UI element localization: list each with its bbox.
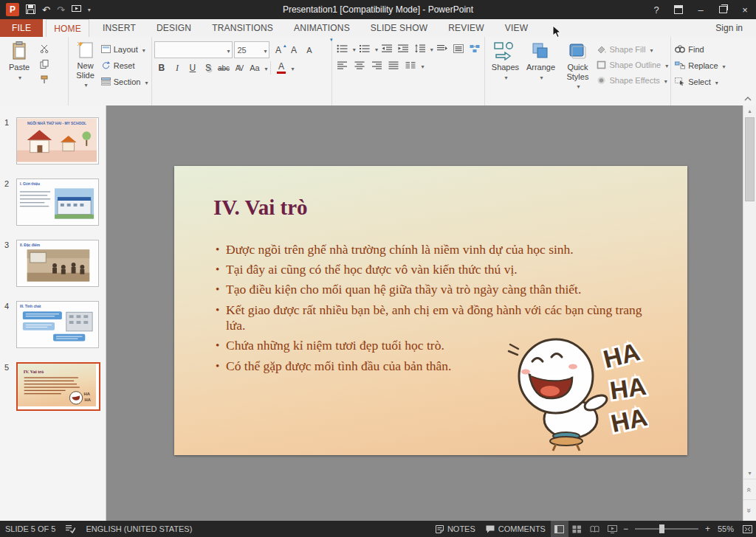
comments-toggle[interactable]: COMMENTS <box>481 524 551 533</box>
slide-sorter-view-button[interactable] <box>568 521 586 537</box>
new-slide-button[interactable]: New Slide <box>71 39 99 89</box>
slide-editor-canvas[interactable]: IV. Vai trò Được ngồi trên ghế nhà trườn… <box>106 105 743 521</box>
arrange-button[interactable]: Arrange <box>523 39 558 91</box>
line-spacing-button[interactable] <box>412 41 427 56</box>
align-right-button[interactable] <box>368 58 384 73</box>
change-case-button[interactable]: Aa <box>247 60 261 75</box>
align-left-button[interactable] <box>334 58 350 73</box>
format-painter-button[interactable] <box>36 72 52 87</box>
help-button[interactable]: ? <box>645 0 667 19</box>
undo-button[interactable]: ↶ <box>42 5 50 15</box>
cut-button[interactable] <box>36 41 52 56</box>
tab-view[interactable]: VIEW <box>498 19 535 37</box>
fit-slide-to-window-button[interactable] <box>738 521 756 537</box>
shrink-font-button[interactable]: A <box>286 43 300 58</box>
shape-fill-button[interactable]: Shape Fill <box>597 41 668 57</box>
text-shadow-button[interactable]: S <box>201 60 215 75</box>
columns-button[interactable] <box>402 58 418 73</box>
paste-button[interactable]: Paste <box>2 39 36 87</box>
zoom-in-button[interactable]: + <box>704 524 712 534</box>
clear-formatting-button[interactable]: A <box>302 43 316 58</box>
notes-toggle[interactable]: NOTES <box>430 524 481 533</box>
bullets-button[interactable] <box>334 41 349 56</box>
language-indicator[interactable]: ENGLISH (UNITED STATES) <box>80 524 197 533</box>
bullet-item[interactable]: Tạo điều kiện cho mối quan hệ giữa thầy … <box>216 282 645 298</box>
layout-button[interactable]: Layout <box>100 41 150 57</box>
copy-button[interactable] <box>36 57 52 72</box>
start-from-beginning-button[interactable] <box>72 5 81 15</box>
tab-home[interactable]: HOME <box>46 19 89 37</box>
scroll-up-arrow[interactable]: ▴ <box>743 105 756 117</box>
minimize-button[interactable]: – <box>690 0 712 19</box>
decrease-indent-button[interactable] <box>379 41 394 56</box>
numbering-button[interactable] <box>357 41 372 56</box>
justify-button[interactable] <box>385 58 401 73</box>
scrollbar-thumb[interactable] <box>745 117 755 201</box>
bold-button[interactable]: B <box>154 60 168 75</box>
next-slide-button[interactable]: » <box>743 499 756 521</box>
tab-insert[interactable]: INSERT <box>95 19 143 37</box>
normal-view-button[interactable] <box>551 521 568 537</box>
strikethrough-button[interactable]: abc <box>216 60 230 75</box>
maximize-button[interactable] <box>712 0 734 19</box>
replace-button[interactable]: Replace <box>673 58 754 73</box>
zoom-level[interactable]: 55% <box>712 524 738 533</box>
find-button[interactable]: Find <box>673 41 754 57</box>
vertical-scrollbar[interactable]: ▴ ▾ « » <box>743 105 756 521</box>
slide-thumbnail-3[interactable]: II. Đặc điểm <box>16 240 99 287</box>
italic-button[interactable]: I <box>170 60 184 75</box>
ribbon-display-button[interactable] <box>667 0 690 19</box>
tab-review[interactable]: REVIEW <box>441 19 492 37</box>
slide-thumbnail-4[interactable]: III. Tính chất <box>16 301 99 348</box>
tab-animations[interactable]: ANIMATIONS <box>286 19 357 37</box>
collapse-ribbon-button[interactable] <box>744 93 752 103</box>
customize-quick-access-button[interactable]: ▾ <box>88 7 91 13</box>
close-button[interactable]: × <box>734 0 756 19</box>
slide-thumbnail-2[interactable]: I. Giới thiệu <box>16 179 99 226</box>
zoom-out-button[interactable]: − <box>622 524 630 534</box>
previous-slide-button[interactable]: « <box>743 479 756 500</box>
font-size-select[interactable]: 25 <box>234 41 269 58</box>
increase-indent-button[interactable] <box>396 41 410 56</box>
font-name-select[interactable] <box>154 41 233 58</box>
scroll-down-arrow[interactable]: ▾ <box>743 468 756 479</box>
laughing-sticker[interactable]: HA HA HA <box>504 332 649 451</box>
tab-transitions[interactable]: TRANSITIONS <box>205 19 281 37</box>
convert-smartart-button[interactable] <box>467 41 482 56</box>
align-text-button[interactable] <box>451 41 466 56</box>
select-button[interactable]: Select <box>673 74 754 89</box>
slide-thumbnail-1[interactable]: NGÔI NHÀ THỨ HAI - MY SCHOOL <box>16 117 99 164</box>
section-button[interactable]: Section <box>100 74 150 89</box>
shapes-button[interactable]: Shapes <box>487 39 523 91</box>
zoom-slider-thumb[interactable] <box>659 524 664 533</box>
bullet-item[interactable]: Kết giao được rất nhiều bạn bè, anh chị … <box>216 302 645 334</box>
tab-design[interactable]: DESIGN <box>149 19 199 37</box>
sign-in-button[interactable]: Sign in <box>715 23 743 33</box>
reading-view-button[interactable] <box>586 521 604 537</box>
shape-fill-dropdown-arrow-icon <box>648 45 653 54</box>
spellcheck-button[interactable] <box>61 524 80 533</box>
align-left-icon <box>337 61 348 70</box>
font-color-button[interactable]: A <box>274 60 288 75</box>
bullet-item[interactable]: Được ngồi trên ghế nhà trường chính là n… <box>216 242 645 258</box>
align-center-button[interactable] <box>351 58 367 73</box>
reset-button[interactable]: Reset <box>100 58 150 73</box>
slide-canvas[interactable]: IV. Vai trò Được ngồi trên ghế nhà trườn… <box>174 166 687 455</box>
character-spacing-button[interactable]: AV <box>232 60 246 75</box>
underline-button[interactable]: U <box>185 60 199 75</box>
text-direction-button[interactable] <box>435 41 450 56</box>
zoom-slider[interactable] <box>635 528 698 530</box>
tab-slide-show[interactable]: SLIDE SHOW <box>363 19 435 37</box>
tab-file[interactable]: FILE <box>0 19 43 37</box>
quick-styles-button[interactable]: Quick Styles <box>558 39 597 91</box>
slide-title[interactable]: IV. Vai trò <box>213 195 308 220</box>
redo-button[interactable]: ↷ <box>57 5 65 15</box>
shape-effects-button[interactable]: Shape Effects <box>597 72 668 88</box>
save-button[interactable] <box>26 4 35 15</box>
bullet-item[interactable]: Tại đây ai cũng có thể học được vô vàn k… <box>216 262 645 278</box>
slide-thumbnail-5-selected[interactable]: IV. Vai trò HA HA <box>16 362 100 411</box>
grow-font-button[interactable]: A <box>271 43 285 58</box>
slide-show-view-button[interactable] <box>604 521 622 537</box>
shape-outline-button[interactable]: Shape Outline <box>597 57 668 72</box>
slide-indicator[interactable]: SLIDE 5 OF 5 <box>0 524 61 533</box>
